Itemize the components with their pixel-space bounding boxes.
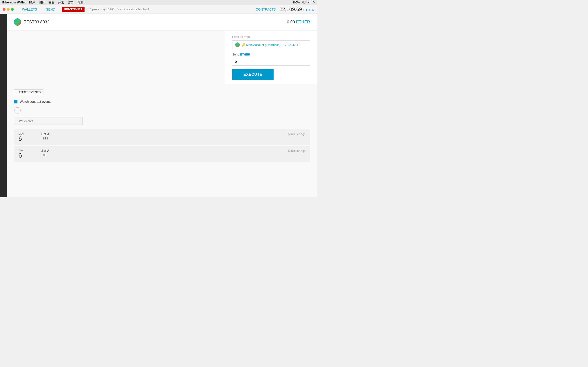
event-row: May 6 Set A : 888 5 minutes ago [14, 129, 310, 145]
menubar: Ethereum Wallet 账户 编辑 视图 开发 窗口 帮助 100% 周… [0, 0, 317, 5]
app-name: Ethereum Wallet [2, 1, 26, 4]
contract-identity: TEST03 8032 [14, 18, 49, 26]
send-label: Send ETHER [232, 53, 310, 56]
account-name: 🔑 Main Account (Etherbase) - 17,109.69 E [242, 43, 299, 47]
event-date-1: May 6 [18, 149, 37, 159]
event-rows-container: May 6 Set A : 888 5 minutes ago May 6 Se… [14, 129, 310, 162]
event-time-0: 5 minutes ago [288, 132, 305, 136]
menubar-right: 100% 周六 21:55 [293, 0, 315, 4]
tab-wallets[interactable]: WALLETS [17, 5, 42, 14]
contract-balance-amount: 0.00 [287, 20, 295, 24]
balance-display: 22,109.69 ETHER [279, 6, 314, 12]
event-value-0: : 888 [41, 137, 288, 140]
menu-dev[interactable]: 开发 [58, 0, 64, 5]
event-month-0: May [18, 132, 37, 135]
event-date-0: May 6 [18, 132, 37, 142]
event-day-1: 6 [18, 152, 37, 159]
watch-events-row: Watch contract events [14, 100, 310, 103]
execute-from-label: Execute from [232, 35, 310, 39]
event-details-1: Set A : 88 [37, 149, 288, 159]
main-content: TEST03 8032 0.00 ETHER Execute from � [7, 14, 317, 197]
network-info: ⊗ 0 peers | ◈ 10,821 ⊙ a minute since la… [87, 8, 256, 11]
event-name-1: Set A [41, 149, 288, 152]
minimize-button[interactable] [7, 8, 10, 11]
menu-items[interactable]: 账户 编辑 视图 开发 窗口 帮助 [29, 0, 83, 5]
execute-button[interactable]: EXECUTE [232, 69, 274, 80]
balance-amount: 22,109.69 [279, 6, 302, 12]
tab-send[interactable]: SEND [42, 5, 60, 14]
contract-balance: 0.00 ETHER [287, 20, 310, 25]
send-amount-input[interactable] [232, 58, 310, 66]
clock: 周六 21:55 [302, 0, 315, 4]
blocks-count: ◈ 10,821 [103, 8, 115, 11]
menu-help[interactable]: 帮助 [78, 0, 83, 5]
events-section: LATEST EVENTS Watch contract events May … [7, 84, 317, 167]
battery: 100% [293, 1, 300, 4]
loading-spinner [14, 107, 21, 114]
event-value-1: : 88 [41, 153, 288, 157]
tab-contracts[interactable]: CONTRACTS [256, 8, 276, 11]
titlebar: WALLETS SEND PRIVATE-NET ⊗ 0 peers | ◈ 1… [0, 5, 317, 14]
events-section-header: LATEST EVENTS [14, 89, 43, 95]
menu-view[interactable]: 视图 [48, 0, 54, 5]
content-area: Execute from 🔑 Main Account (Etherbase) … [7, 31, 317, 84]
event-details-0: Set A : 888 [37, 132, 288, 142]
watch-events-label: Watch contract events [20, 100, 52, 103]
watch-events-checkbox[interactable] [14, 100, 17, 103]
event-month-1: May [18, 149, 37, 152]
menu-accounts[interactable]: 账户 [29, 0, 35, 5]
sidebar [0, 14, 7, 197]
app-window: WALLETS SEND PRIVATE-NET ⊗ 0 peers | ◈ 1… [0, 5, 317, 197]
contract-icon [14, 18, 21, 26]
event-time-1: 6 minutes ago [288, 149, 305, 152]
right-panel: Execute from 🔑 Main Account (Etherbase) … [225, 31, 317, 84]
menu-window[interactable]: 窗口 [68, 0, 74, 5]
layout: TEST03 8032 0.00 ETHER Execute from � [0, 14, 317, 197]
filter-events-input[interactable] [14, 117, 83, 125]
left-panel [7, 31, 225, 84]
event-day-0: 6 [18, 135, 37, 142]
private-net-badge: PRIVATE-NET [62, 7, 85, 12]
close-button[interactable] [3, 8, 6, 11]
traffic-lights[interactable] [3, 8, 14, 11]
account-icon [235, 42, 240, 47]
contract-header: TEST03 8032 0.00 ETHER [7, 14, 317, 31]
account-selector[interactable]: 🔑 Main Account (Etherbase) - 17,109.69 E [232, 40, 310, 49]
event-row: May 6 Set A : 88 6 minutes ago [14, 146, 310, 162]
peers-count: ⊗ 0 peers [87, 8, 99, 11]
event-name-0: Set A [41, 132, 288, 136]
menu-edit[interactable]: 编辑 [39, 0, 45, 5]
contract-name: TEST03 8032 [24, 20, 49, 25]
send-currency: ETHER [240, 53, 250, 56]
nav-tabs: WALLETS SEND PRIVATE-NET ⊗ 0 peers | ◈ 1… [17, 5, 314, 14]
maximize-button[interactable] [11, 8, 14, 11]
sep1: | [101, 8, 102, 11]
last-block-time: ⊙ a minute since last block [117, 8, 150, 11]
contract-balance-currency: ETHER [296, 20, 310, 24]
balance-currency: ETHER [303, 8, 314, 12]
spinner-circle [14, 107, 21, 114]
